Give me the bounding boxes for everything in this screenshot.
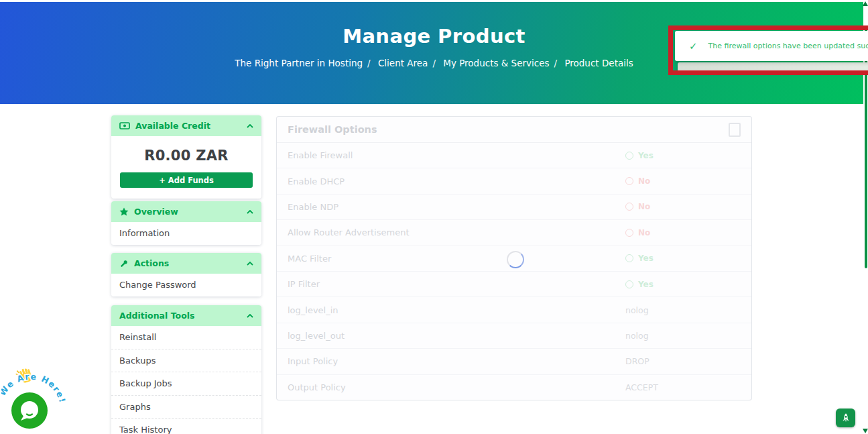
- check-icon: ✓: [689, 40, 698, 52]
- option-value[interactable]: Yes: [625, 151, 654, 160]
- option-value-text: Yes: [638, 151, 654, 160]
- option-label: Output Policy: [288, 382, 625, 392]
- breadcrumb-group: Client Area/: [378, 58, 440, 68]
- sidebar-item[interactable]: Information: [111, 222, 261, 245]
- overview-header[interactable]: Overview: [111, 201, 261, 222]
- additional-tools-title: Additional Tools: [119, 311, 194, 321]
- breadcrumb-separator: /: [432, 58, 436, 68]
- option-label: log_level_out: [288, 331, 625, 341]
- breadcrumb-item[interactable]: Client Area: [378, 58, 428, 68]
- option-label: Allow Router Advertisement: [288, 227, 625, 237]
- overview-title: Overview: [134, 207, 178, 217]
- option-value[interactable]: Yes: [625, 254, 654, 263]
- chevron-up-icon: [247, 314, 253, 318]
- sidebar-item[interactable]: Backup Jobs: [111, 372, 261, 395]
- wrench-icon: [119, 259, 129, 268]
- option-value-text: nolog: [625, 305, 649, 315]
- option-value-text: ACCEPT: [625, 382, 658, 392]
- firewall-option-row: IP Filter Yes: [277, 272, 751, 297]
- toast-stack-shadow: [678, 62, 868, 72]
- firewall-option-row: Input Policy DROP: [277, 349, 751, 374]
- additional-tools-items: ReinstallBackupsBackup JobsGraphsTask Hi…: [111, 326, 261, 434]
- option-label: MAC Filter: [288, 254, 625, 264]
- breadcrumb-separator: /: [367, 58, 371, 68]
- sidebar-item-label: Backups: [119, 356, 156, 366]
- option-value-text: Yes: [638, 280, 654, 289]
- option-label: Enable DHCP: [288, 176, 625, 186]
- rocket-button[interactable]: [836, 409, 855, 427]
- option-value[interactable]: No: [625, 176, 650, 186]
- sidebar-item-label: Reinstall: [119, 332, 156, 342]
- firewall-option-row: Allow Router Advertisement No: [277, 220, 751, 246]
- overview-card: Overview Information: [111, 201, 261, 245]
- chevron-up-icon: [247, 124, 253, 128]
- chat-launcher[interactable]: We Are Here!: [1, 357, 78, 434]
- option-label: Enable Firewall: [288, 150, 625, 160]
- chevron-up-icon: [247, 210, 253, 214]
- available-credit-header[interactable]: Available Credit: [111, 115, 261, 136]
- option-value[interactable]: nolog: [625, 331, 649, 341]
- actions-title: Actions: [134, 258, 169, 268]
- option-value[interactable]: ACCEPT: [625, 382, 658, 392]
- breadcrumb-group: Product Details/: [564, 58, 633, 68]
- option-label: IP Filter: [288, 279, 625, 289]
- sidebar-item-label: Task History: [119, 425, 172, 434]
- sidebar-item-label: Change Password: [119, 280, 196, 290]
- breadcrumb-item[interactable]: The Right Partner in Hosting: [235, 58, 363, 68]
- actions-items: Change Password: [111, 274, 261, 296]
- success-toast[interactable]: ✓ The firewall options have been updated…: [675, 31, 868, 61]
- firewall-option-row: log_level_in nolog: [277, 297, 751, 323]
- banknote-icon: [119, 121, 130, 130]
- sidebar-item[interactable]: Graphs: [111, 395, 261, 419]
- option-value-text: No: [638, 228, 650, 237]
- firewall-option-rows: Enable Firewall Yes Enable DHCP No: [277, 143, 751, 400]
- option-value[interactable]: nolog: [625, 305, 649, 315]
- chevron-up-icon: [247, 262, 253, 266]
- breadcrumb-item[interactable]: Product Details: [564, 58, 633, 68]
- radio-icon: [625, 254, 633, 262]
- sidebar-item[interactable]: Backups: [111, 349, 261, 372]
- option-value[interactable]: No: [625, 202, 650, 211]
- overview-items: Information: [111, 222, 261, 245]
- option-value-text: nolog: [625, 331, 649, 341]
- option-value-text: No: [638, 202, 650, 211]
- option-value[interactable]: Yes: [625, 280, 654, 289]
- option-value-text: Yes: [638, 254, 654, 263]
- actions-card: Actions Change Password: [111, 253, 261, 296]
- sidebar-item[interactable]: Change Password: [111, 274, 261, 296]
- edit-icon[interactable]: [729, 123, 741, 137]
- firewall-option-row: Output Policy ACCEPT: [277, 375, 751, 400]
- sidebar-item[interactable]: Task History: [111, 418, 261, 434]
- option-label: Input Policy: [288, 356, 625, 366]
- radio-icon: [625, 152, 633, 160]
- actions-header[interactable]: Actions: [111, 253, 261, 274]
- radio-icon: [625, 229, 633, 237]
- sidebar-item-label: Information: [119, 228, 170, 238]
- sidebar-item[interactable]: Reinstall: [111, 326, 261, 349]
- add-funds-button[interactable]: + Add Funds: [120, 172, 253, 188]
- firewall-options-panel: Firewall Options Enable Firewall Yes Ena: [276, 116, 752, 400]
- scroll-up-arrow[interactable]: [863, 1, 868, 6]
- toast-message: The firewall options have been updated s…: [708, 42, 868, 50]
- credit-amount: R0.00 ZAR: [111, 148, 261, 164]
- scroll-down-arrow[interactable]: [863, 429, 868, 433]
- option-value[interactable]: No: [625, 228, 650, 237]
- radio-icon: [625, 280, 633, 288]
- breadcrumb-item[interactable]: My Products & Services: [443, 58, 549, 68]
- radio-icon: [625, 203, 633, 211]
- option-value[interactable]: DROP: [625, 356, 649, 366]
- breadcrumb-group: My Products & Services/: [443, 58, 562, 68]
- loading-spinner-icon: [507, 251, 524, 268]
- radio-icon: [625, 177, 633, 185]
- star-icon: [119, 207, 129, 216]
- additional-tools-header[interactable]: Additional Tools: [111, 305, 261, 326]
- firewall-option-row: Enable Firewall Yes: [277, 143, 751, 168]
- firewall-options-title: Firewall Options: [288, 124, 377, 135]
- breadcrumb-group: The Right Partner in Hosting/: [235, 58, 375, 68]
- available-credit-title: Available Credit: [135, 121, 210, 131]
- sidebar-item-label: Backup Jobs: [119, 378, 172, 388]
- manage-product-page: Manage Product The Right Partner in Host…: [0, 0, 868, 434]
- breadcrumb-separator: /: [554, 58, 558, 68]
- firewall-option-row: Enable DHCP No: [277, 168, 751, 194]
- additional-tools-card: Additional Tools ReinstallBackupsBackup …: [111, 305, 261, 434]
